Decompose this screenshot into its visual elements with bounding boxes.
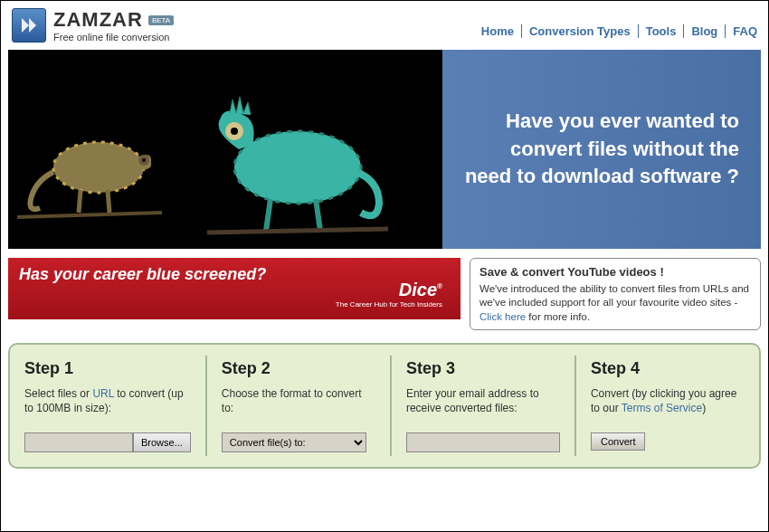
chameleon-right-icon [189, 77, 388, 240]
dice-banner[interactable]: Has your career blue screened? Dice® The… [8, 258, 460, 319]
steps-container: Step 1 Select files or URL to convert (u… [8, 343, 761, 469]
email-input[interactable] [406, 432, 560, 452]
convert-button[interactable]: Convert [591, 432, 646, 451]
brand-title: ZAMZAR [53, 8, 143, 32]
step-2-title: Step 2 [222, 359, 375, 378]
dice-tagline: The Career Hub for Tech Insiders [336, 300, 442, 309]
hero-banner: Have you ever wanted to convert files wi… [8, 50, 761, 249]
step-2-desc: Choose the format to convert to: [222, 387, 375, 416]
youtube-title: Save & convert YouTube videos ! [479, 264, 751, 280]
nav-conversion-types[interactable]: Conversion Types [522, 24, 639, 38]
svg-point-3 [142, 158, 146, 162]
format-select[interactable]: Convert file(s) to: [222, 432, 366, 452]
dice-logo: Dice® [336, 280, 442, 300]
svg-point-7 [231, 128, 238, 135]
browse-button[interactable]: Browse... [133, 432, 191, 452]
hero-right-panel: Have you ever wanted to convert files wi… [442, 50, 761, 249]
step-3-desc: Enter your email address to receive conv… [406, 387, 560, 416]
logo-area: ZAMZAR BETA Free online file conversion [12, 8, 174, 43]
hero-image [8, 50, 442, 249]
nav-faq[interactable]: FAQ [726, 24, 757, 38]
step-4-title: Step 4 [591, 359, 745, 378]
youtube-body: We've introduced the ability to convert … [479, 283, 749, 322]
step-1-title: Step 1 [24, 359, 191, 378]
step-1-desc: Select files or URL to convert (up to 10… [24, 387, 191, 416]
brand-subtitle: Free online file conversion [53, 32, 174, 43]
header: ZAMZAR BETA Free online file conversion … [1, 1, 768, 46]
file-input[interactable] [24, 432, 133, 452]
logo-icon [12, 8, 46, 43]
step-4-desc: Convert (by clicking you agree to our Te… [591, 387, 745, 416]
step-3-title: Step 3 [406, 359, 560, 378]
chameleon-left-icon [17, 122, 162, 231]
step-3: Step 3 Enter your email address to recei… [392, 356, 576, 456]
nav-home[interactable]: Home [474, 24, 522, 38]
step-1: Step 1 Select files or URL to convert (u… [10, 356, 207, 456]
nav-tools[interactable]: Tools [639, 24, 685, 38]
beta-badge: BETA [148, 15, 174, 25]
step-1-url-link[interactable]: URL [92, 387, 114, 400]
youtube-info-box: Save & convert YouTube videos ! We've in… [470, 258, 761, 330]
youtube-link[interactable]: Click here [479, 311, 526, 322]
terms-link[interactable]: Terms of Service [622, 402, 702, 414]
nav: Home Conversion Types Tools Blog FAQ [474, 24, 757, 38]
nav-blog[interactable]: Blog [684, 24, 726, 38]
step-2: Step 2 Choose the format to convert to: … [207, 356, 392, 456]
step-4: Step 4 Convert (by clicking you agree to… [576, 356, 759, 456]
hero-text: Have you ever wanted to convert files wi… [464, 108, 739, 191]
